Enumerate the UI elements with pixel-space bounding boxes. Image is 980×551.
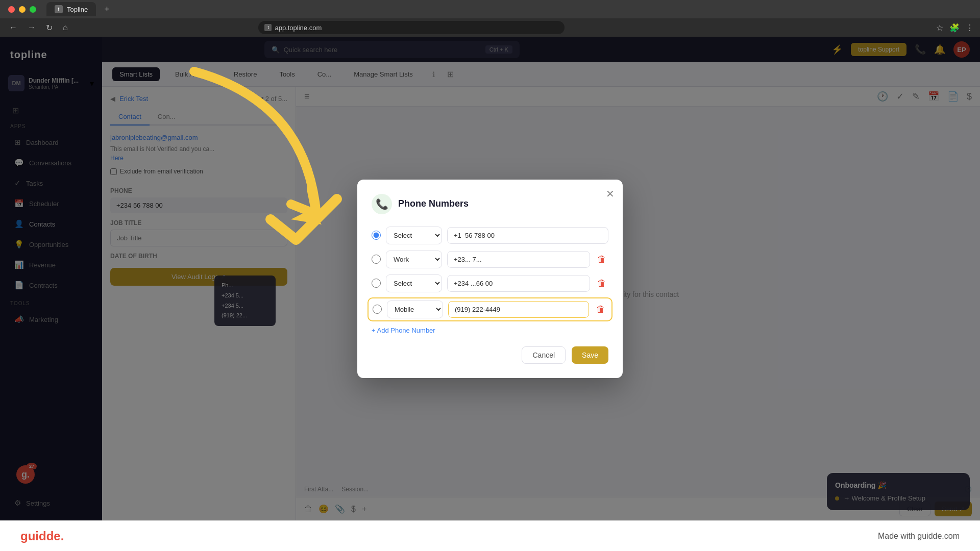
phone-delete-3[interactable]: 🗑 bbox=[595, 276, 608, 291]
phone-type-select-2[interactable]: Work Mobile Select Home bbox=[386, 251, 442, 268]
guidde-tagline: Made with guidde.com bbox=[878, 532, 960, 541]
phone-delete-2[interactable]: 🗑 bbox=[595, 252, 608, 267]
modal-close-button[interactable]: ✕ bbox=[606, 188, 615, 200]
reload-button[interactable]: ↻ bbox=[43, 21, 56, 35]
home-button[interactable]: ⌂ bbox=[60, 21, 71, 34]
modal-phone-icon: 📞 bbox=[372, 194, 392, 214]
address-url: app.topline.com bbox=[275, 24, 322, 32]
phone-number-input-1[interactable] bbox=[447, 227, 608, 244]
browser-chrome: t Topline + ← → ↻ ⌂ t app.topline.com ☆ … bbox=[0, 0, 980, 37]
browser-actions: ☆ 🧩 ⋮ bbox=[936, 23, 974, 33]
phone-row-4: Mobile Select Work Home 🗑 bbox=[368, 297, 612, 321]
address-bar[interactable]: t app.topline.com bbox=[258, 21, 565, 34]
modal-title: Phone Numbers bbox=[398, 198, 469, 209]
phone-type-select-1[interactable]: Select Mobile Work Home bbox=[386, 227, 442, 244]
traffic-light-red[interactable] bbox=[8, 6, 15, 13]
phone-row-1: Select Mobile Work Home bbox=[372, 227, 608, 244]
browser-tab[interactable]: t Topline bbox=[46, 2, 96, 16]
phone-row-3: Select Mobile Work Home 🗑 bbox=[372, 274, 608, 292]
phone-radio-1[interactable] bbox=[372, 231, 381, 240]
guidde-footer: guidde. Made with guidde.com bbox=[0, 520, 980, 551]
tab-title: Topline bbox=[67, 6, 88, 13]
browser-titlebar: t Topline + bbox=[0, 0, 980, 18]
phone-type-select-4[interactable]: Mobile Select Work Home bbox=[387, 300, 443, 318]
phone-number-input-3[interactable] bbox=[447, 275, 590, 292]
save-button[interactable]: Save bbox=[572, 346, 608, 364]
browser-toolbar: ← → ↻ ⌂ t app.topline.com ☆ 🧩 ⋮ bbox=[0, 18, 980, 37]
add-phone-button[interactable]: + Add Phone Number bbox=[372, 327, 435, 334]
modal-overlay: 📞 Phone Numbers ✕ Select Mobile Work Hom… bbox=[0, 37, 980, 520]
phone-delete-4[interactable]: 🗑 bbox=[594, 302, 607, 317]
phone-number-input-2[interactable] bbox=[447, 251, 590, 268]
phone-radio-3[interactable] bbox=[372, 279, 381, 288]
traffic-light-green[interactable] bbox=[30, 6, 36, 13]
phone-radio-2[interactable] bbox=[372, 255, 381, 264]
phone-numbers-modal: 📞 Phone Numbers ✕ Select Mobile Work Hom… bbox=[357, 180, 623, 378]
modal-actions: Cancel Save bbox=[372, 346, 608, 364]
menu-icon[interactable]: ⋮ bbox=[966, 23, 974, 33]
extensions-icon[interactable]: 🧩 bbox=[949, 23, 960, 33]
forward-button[interactable]: → bbox=[24, 21, 39, 34]
traffic-light-yellow[interactable] bbox=[19, 6, 26, 13]
tab-favicon: t bbox=[55, 5, 63, 13]
cancel-button[interactable]: Cancel bbox=[522, 346, 566, 364]
address-favicon: t bbox=[264, 24, 272, 31]
phone-number-input-4[interactable] bbox=[448, 301, 589, 318]
guidde-logo: guidde. bbox=[20, 529, 64, 543]
phone-type-select-3[interactable]: Select Mobile Work Home bbox=[386, 274, 442, 292]
phone-row-2: Work Mobile Select Home 🗑 bbox=[372, 251, 608, 268]
bookmark-icon[interactable]: ☆ bbox=[936, 23, 943, 33]
new-tab-button[interactable]: + bbox=[104, 4, 110, 15]
modal-header: 📞 Phone Numbers bbox=[372, 194, 608, 214]
back-button[interactable]: ← bbox=[6, 21, 20, 34]
phone-radio-4[interactable] bbox=[373, 305, 382, 314]
